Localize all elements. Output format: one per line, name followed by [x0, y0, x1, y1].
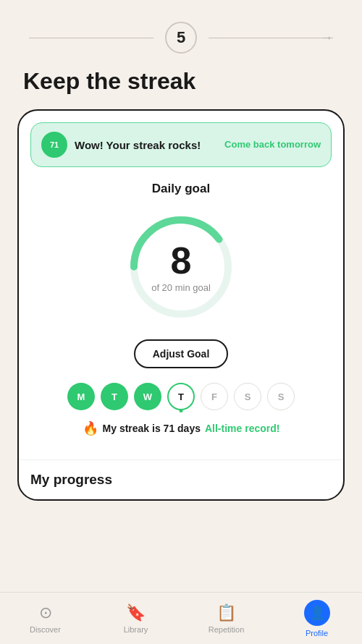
my-progress-section: My progress — [19, 459, 343, 499]
day-sunday: S — [267, 383, 295, 410]
nav-item-discover[interactable]: ⊙ Discover — [24, 603, 67, 634]
day-saturday: S — [234, 383, 261, 410]
streak-info-row: 🔥 My streak is 71 days All-time record! — [30, 420, 332, 436]
goal-subtext: of 20 min goal — [151, 282, 211, 293]
day-wednesday: W — [134, 383, 161, 410]
profile-icon: 👤 — [309, 605, 325, 621]
adjust-goal-button[interactable]: Adjust Goal — [134, 339, 229, 368]
daily-goal-title: Daily goal — [30, 182, 332, 196]
nav-line-left — [29, 38, 153, 38]
streak-flame-icon: 🔥 — [83, 420, 98, 436]
profile-icon-circle: 👤 — [304, 600, 330, 626]
flame-number: 71 — [50, 140, 59, 149]
page-title: Keep the streak — [0, 61, 362, 109]
circle-wrapper: 8 of 20 min goal — [123, 209, 239, 325]
phone-mockup: 71 Wow! Your streak rocks! Come back tom… — [17, 109, 345, 501]
day-thursday: T — [167, 383, 195, 410]
day-friday: F — [201, 383, 228, 410]
streak-message: Wow! Your streak rocks! — [75, 139, 217, 151]
minutes-number: 8 — [171, 242, 192, 279]
nav-arrow-right[interactable]: → — [320, 30, 333, 46]
bottom-navigation: ⊙ Discover 🔖 Library 📋 Repetition 👤 Prof… — [0, 592, 362, 644]
day-tuesday: T — [101, 383, 128, 410]
repetition-icon: 📋 — [216, 603, 236, 622]
streak-banner: 71 Wow! Your streak rocks! Come back tom… — [30, 122, 332, 167]
library-label: Library — [124, 625, 148, 634]
days-row: M T W T F S S — [30, 383, 332, 410]
library-icon: 🔖 — [126, 603, 146, 622]
my-progress-title: My progress — [30, 472, 332, 488]
daily-goal-section: Daily goal 8 of 20 min goal Adjust Goal … — [19, 167, 343, 459]
circle-progress-container: 8 of 20 min goal — [30, 209, 332, 325]
streak-icon-circle: 71 — [41, 132, 67, 158]
discover-icon: ⊙ — [39, 603, 52, 622]
streak-days-text: My streak is 71 days — [103, 423, 201, 434]
day-monday: M — [67, 383, 95, 410]
nav-item-library[interactable]: 🔖 Library — [114, 603, 158, 634]
nav-line-right: → — [209, 38, 333, 38]
profile-label: Profile — [306, 629, 328, 637]
top-navigation: 5 → — [0, 0, 362, 61]
nav-item-profile[interactable]: 👤 Profile — [295, 600, 339, 637]
come-back-text: Come back tomorrow — [224, 139, 321, 151]
nav-item-repetition[interactable]: 📋 Repetition — [205, 603, 248, 634]
circle-inner: 8 of 20 min goal — [151, 242, 211, 293]
discover-label: Discover — [30, 625, 61, 634]
step-number: 5 — [165, 22, 197, 54]
all-time-record-text: All-time record! — [205, 423, 279, 434]
repetition-label: Repetition — [209, 625, 245, 634]
